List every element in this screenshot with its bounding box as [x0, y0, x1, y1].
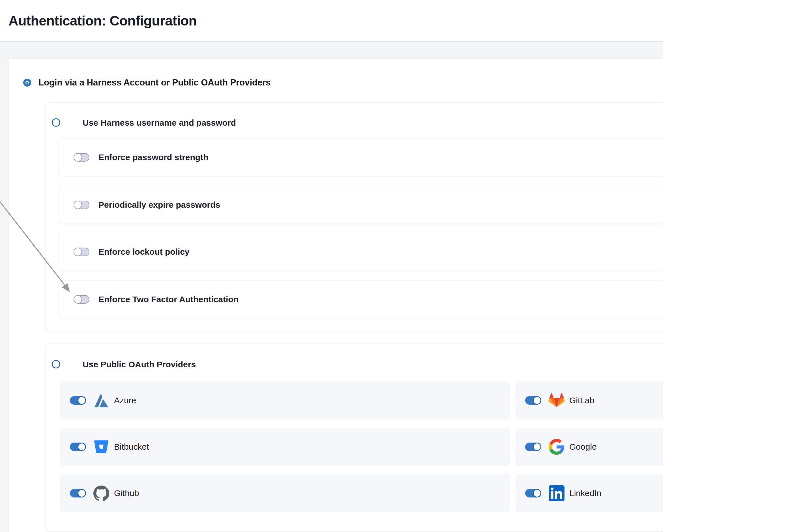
- use-harness-username-password-label: Use Harness username and password: [83, 118, 236, 127]
- auth-config-card: Login via a Harness Account or Public OA…: [9, 59, 663, 532]
- linkedin-toggle[interactable]: [525, 489, 541, 497]
- provider-row-github: Github: [60, 474, 510, 512]
- provider-label: GitLab: [569, 396, 594, 405]
- enforce-password-strength-toggle[interactable]: [74, 153, 90, 162]
- toggle-knob: [52, 118, 60, 127]
- bitbucket-icon: [93, 439, 110, 455]
- toggle-knob: [533, 489, 541, 497]
- oauth-providers-group: Use Public OAuth Providers Azure: [46, 344, 663, 531]
- provider-row-gitlab: GitLab: [516, 381, 663, 419]
- harness-login-group: Use Harness username and password Enforc…: [46, 103, 663, 331]
- provider-label: Github: [114, 489, 139, 498]
- option-row-enforce-two-factor-authentication: Enforce Two Factor Authentication: [59, 281, 663, 318]
- provider-label: LinkedIn: [569, 489, 601, 498]
- option-row-enforce-lockout-policy: Enforce lockout policy: [59, 233, 663, 270]
- periodically-expire-passwords-label: Periodically expire passwords: [98, 200, 220, 210]
- toggle-knob: [533, 396, 541, 405]
- provider-row-google: Google: [516, 428, 663, 466]
- linkedin-icon: [548, 485, 565, 501]
- option-row-periodically-expire-passwords: Periodically expire passwords: [59, 186, 663, 224]
- provider-label: Bitbucket: [114, 442, 149, 452]
- github-toggle[interactable]: [70, 489, 86, 497]
- enforce-password-strength-label: Enforce password strength: [98, 153, 208, 162]
- gitlab-icon: [548, 393, 565, 408]
- toggle-knob: [74, 201, 82, 209]
- toggle-knob: [533, 442, 541, 451]
- enforce-lockout-policy-toggle[interactable]: [74, 248, 90, 256]
- provider-label: Azure: [114, 396, 136, 405]
- provider-row-linkedin: LinkedIn: [516, 474, 663, 512]
- google-icon: [548, 439, 565, 455]
- toggle-knob: [52, 360, 60, 368]
- toggle-knob: [78, 396, 86, 405]
- toggle-knob: [78, 489, 86, 497]
- enforce-two-factor-authentication-label: Enforce Two Factor Authentication: [98, 294, 238, 304]
- option-row-enforce-password-strength: Enforce password strength: [59, 139, 663, 176]
- github-icon: [93, 485, 110, 501]
- page-header: Authentication: Configuration: [0, 0, 663, 42]
- login-method-radio-label: Login via a Harness Account or Public OA…: [38, 76, 271, 89]
- provider-row-azure: Azure: [60, 381, 510, 419]
- google-toggle[interactable]: [525, 442, 541, 451]
- use-public-oauth-providers-label: Use Public OAuth Providers: [83, 360, 196, 369]
- provider-row-bitbucket: Bitbucket: [60, 428, 510, 466]
- enforce-two-factor-authentication-toggle[interactable]: [74, 295, 90, 304]
- login-method-radio[interactable]: [23, 79, 31, 87]
- periodically-expire-passwords-toggle[interactable]: [74, 201, 90, 209]
- gitlab-toggle[interactable]: [525, 396, 541, 405]
- page-title: Authentication: Configuration: [8, 13, 197, 28]
- bitbucket-toggle[interactable]: [70, 442, 86, 451]
- enforce-lockout-policy-label: Enforce lockout policy: [98, 247, 190, 256]
- toggle-knob: [74, 295, 82, 304]
- provider-label: Google: [569, 442, 597, 452]
- captured-viewport: Authentication: Configuration Login via …: [0, 0, 663, 532]
- toggle-knob: [78, 442, 86, 451]
- toggle-knob: [74, 248, 82, 256]
- azure-toggle[interactable]: [70, 396, 86, 405]
- toggle-knob: [74, 153, 82, 162]
- azure-icon: [93, 393, 110, 408]
